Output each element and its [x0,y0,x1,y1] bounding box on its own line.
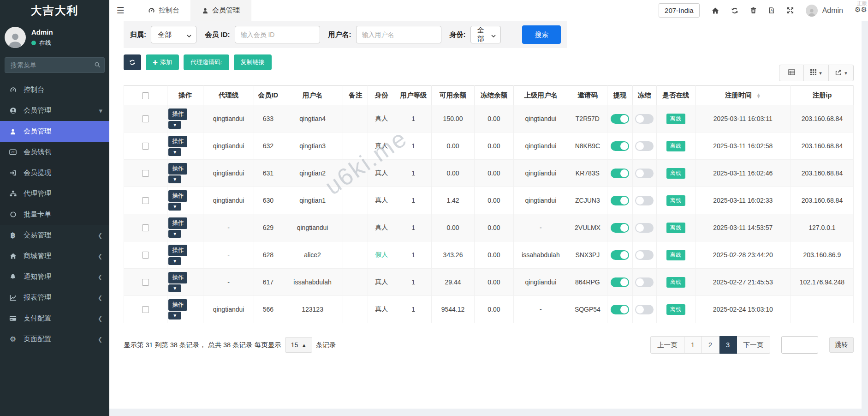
export-button[interactable]: ▾ [829,65,854,81]
freeze-toggle[interactable] [635,277,654,287]
tab-member-mgmt[interactable]: 会员管理 [191,0,251,21]
owner-select[interactable]: 全部 [151,26,196,43]
action-caret-button[interactable]: ▼ [168,203,181,211]
withdraw-toggle[interactable] [611,196,629,205]
freeze-toggle[interactable] [635,223,654,233]
row-checkbox[interactable] [142,197,149,204]
sidebar-item-member-parent[interactable]: 会员管理▾ [0,100,109,121]
col-header-reg-time[interactable]: 注册时间▲▼ [695,86,791,105]
identity-label: 真人 [375,196,388,204]
withdraw-toggle[interactable] [611,169,629,178]
action-caret-button[interactable]: ▼ [168,121,181,129]
username-input[interactable] [356,26,441,43]
freeze-toggle[interactable] [635,196,654,205]
navbar-user[interactable]: Admin [806,5,843,17]
withdraw-toggle[interactable] [611,114,629,124]
prev-page-button[interactable]: 上一页 [650,336,684,354]
fullscreen-icon[interactable] [787,7,794,14]
sidebar-item-trade-mgmt[interactable]: ฿交易管理❮ [0,225,109,246]
sort-icon[interactable]: ▲▼ [756,93,761,98]
sidebar-item-page-config[interactable]: ⚙页面配置❮ [0,329,109,350]
tab-dashboard[interactable]: 控制台 [137,0,191,21]
action-button[interactable]: 操作 [168,190,187,202]
online-status-badge: 离线 [666,304,685,315]
action-caret-button[interactable]: ▼ [168,230,181,238]
row-checkbox[interactable] [142,170,149,177]
freeze-cell [632,133,656,160]
row-checkbox[interactable] [142,252,149,259]
add-button[interactable]: ✚添加 [146,54,179,70]
trash-icon[interactable] [750,7,756,14]
sidebar-item-member-wallet[interactable]: cc会员钱包 [0,142,109,163]
withdraw-toggle[interactable] [611,277,629,287]
sidebar-item-agent-mgmt[interactable]: 代理管理 [0,183,109,204]
row-checkbox[interactable] [142,115,149,122]
freeze-toggle[interactable] [635,114,654,124]
search-button[interactable]: 搜索 [522,25,561,44]
identity-select[interactable]: 全部 [470,26,501,43]
frozen-balance-cell: 0.00 [474,269,514,296]
toggle-pagination-button[interactable] [779,65,804,81]
balance-cell: 0.00 [432,214,474,241]
action-button[interactable]: 操作 [168,245,187,256]
page-button-2[interactable]: 2 [702,336,719,354]
refresh-icon[interactable] [731,7,738,14]
region-badge[interactable]: 207-India [659,3,700,18]
action-button[interactable]: 操作 [168,272,187,283]
freeze-toggle[interactable] [635,141,654,151]
action-button[interactable]: 操作 [168,163,187,175]
svg-text:cc: cc [11,151,15,154]
gears-icon[interactable]: ⚙⚙ [855,6,867,14]
row-checkbox[interactable] [142,279,149,286]
withdraw-toggle[interactable] [611,250,629,260]
select-all-checkbox[interactable] [142,92,149,99]
row-checkbox[interactable] [142,306,149,313]
sidebar-item-mall-mgmt[interactable]: 商城管理❮ [0,246,109,266]
jump-button[interactable]: 跳转 [829,337,854,353]
page-button-3[interactable]: 3 [719,336,737,354]
copy-link-button[interactable]: 复制链接 [234,54,272,70]
translate-icon[interactable]: A [768,7,775,14]
agent-invite-button[interactable]: 代理邀请码: [184,54,229,70]
sidebar-item-pay-config[interactable]: 支付配置❮ [0,308,109,329]
page-size-select[interactable]: 15 ▲ [285,337,312,353]
action-caret-button[interactable]: ▼ [168,257,181,265]
columns-button[interactable]: ▾ [804,65,829,81]
sidebar-item-report-mgmt[interactable]: 报表管理❮ [0,287,109,308]
sidebar-item-batch-card[interactable]: 批量卡单 [0,204,109,225]
sidebar-search-input[interactable] [5,57,105,73]
refresh-table-button[interactable] [124,54,141,70]
home-icon[interactable] [712,7,719,14]
freeze-toggle[interactable] [635,250,654,260]
action-button[interactable]: 操作 [168,109,187,120]
action-caret-button[interactable]: ▼ [168,148,181,156]
next-page-button[interactable]: 下一页 [737,336,771,354]
withdraw-cell [607,105,632,133]
online-status-cell: 离线 [657,214,696,241]
action-caret-button[interactable]: ▼ [168,175,181,183]
action-button[interactable]: 操作 [168,136,187,147]
sidebar-item-member-withdraw[interactable]: 会员提现 [0,163,109,183]
freeze-toggle[interactable] [635,305,654,314]
hamburger-icon[interactable]: ☰ [109,0,131,21]
withdraw-toggle[interactable] [611,305,629,314]
withdraw-toggle[interactable] [611,223,629,233]
action-button[interactable]: 操作 [168,299,187,311]
row-checkbox[interactable] [142,224,149,231]
action-caret-button[interactable]: ▼ [168,312,181,320]
row-checkbox[interactable] [142,143,149,150]
search-icon[interactable] [94,61,101,69]
action-caret-button[interactable]: ▼ [168,284,181,292]
sidebar-item-member-mgmt[interactable]: 会员管理 [0,121,109,142]
freeze-toggle[interactable] [635,169,654,178]
frozen-balance-cell: 0.00 [474,187,514,214]
freeze-cell [632,105,656,133]
sidebar-item-notice-mgmt[interactable]: 通知管理❮ [0,266,109,287]
row-actions-cell: 操作▼ [167,105,203,133]
page-button-1[interactable]: 1 [684,336,702,354]
jump-page-input[interactable] [781,336,818,354]
withdraw-toggle[interactable] [611,141,629,151]
sidebar-item-dashboard[interactable]: 控制台 [0,79,109,100]
action-button[interactable]: 操作 [168,217,187,229]
member-id-input[interactable] [235,26,320,43]
